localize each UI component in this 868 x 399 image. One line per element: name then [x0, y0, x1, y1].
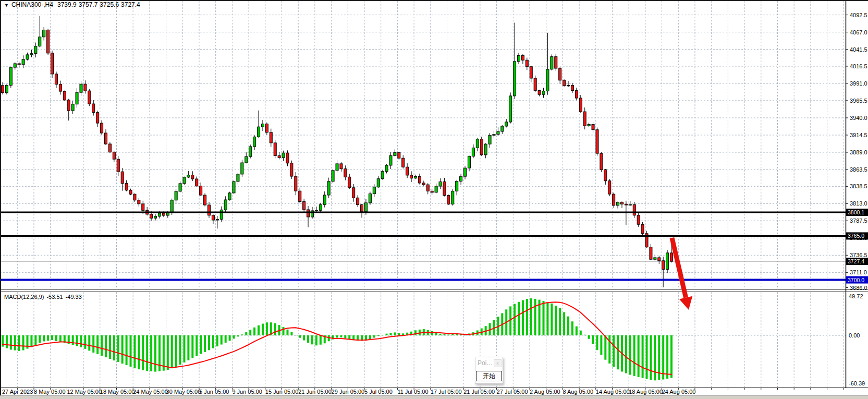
candle-bear [208, 205, 211, 215]
macd-bar [509, 306, 511, 335]
candle-bear [117, 159, 119, 172]
macd-bar [191, 335, 193, 358]
price-tick-label: 4092.5 [850, 12, 867, 18]
macd-bar [559, 308, 561, 335]
macd-bar [650, 335, 652, 380]
macd-bar [163, 335, 165, 371]
candle-bull [5, 86, 8, 93]
macd-bar [171, 335, 173, 368]
candle-bear [121, 172, 124, 183]
macd-bar [654, 335, 656, 380]
macd-bar [253, 328, 255, 335]
candle-bull [505, 122, 508, 126]
price-badge-label: 3765.0 [848, 233, 864, 239]
macd-bar [195, 335, 198, 356]
candle-bull [14, 64, 16, 67]
macd-bar [646, 335, 648, 379]
candle-bear [195, 179, 198, 186]
time-axis-label: 29 Jun 05:00 [332, 389, 365, 395]
macd-bar [233, 335, 235, 338]
candle-bear [204, 195, 206, 205]
candle-bull [9, 67, 12, 85]
candle-bear [142, 204, 144, 210]
candle-bear [88, 91, 91, 104]
candle-bull [224, 200, 227, 210]
candle-bull [369, 194, 371, 203]
macd-bar [175, 335, 177, 367]
candle-bear [447, 196, 450, 204]
macd-bar [389, 333, 392, 335]
candle-bear [101, 123, 103, 133]
macd-bar [266, 322, 268, 335]
macd-bar [522, 300, 524, 335]
popup-close-icon[interactable]: x [494, 359, 502, 367]
macd-bar [629, 335, 631, 374]
candle-bull [158, 213, 161, 216]
mt4-chart-window: 4092.54067.04041.54016.53991.03965.53940… [0, 0, 868, 399]
candle-bull [476, 139, 479, 148]
candle-bull [43, 30, 45, 37]
candle-bull [237, 174, 239, 182]
macd-bar [320, 335, 322, 345]
candle-bear [641, 224, 644, 234]
candle-bear [621, 202, 624, 204]
candle-bull [216, 219, 218, 220]
candle-bear [613, 194, 615, 205]
candle-bear [96, 113, 99, 123]
macd-bar [249, 330, 251, 335]
candle-bear [162, 213, 165, 215]
candle-bear [431, 191, 433, 192]
macd-bar [398, 333, 400, 335]
trend-arrow-head [679, 296, 692, 310]
candle-bull [501, 126, 504, 131]
time-axis-label: 2 Aug 05:00 [530, 389, 560, 395]
macd-bar [121, 335, 124, 364]
macd-signal-line [3, 302, 671, 374]
candle-bear [303, 202, 305, 210]
popup-start-button[interactable]: 开始 [476, 371, 502, 381]
candle-bull [187, 175, 190, 177]
macd-bar [311, 335, 313, 344]
time-axis-label: 8 May 05:00 [34, 389, 66, 395]
candle-bear [555, 57, 557, 68]
time-axis-label: 18 May 05:00 [100, 389, 135, 395]
candle-bull [435, 186, 437, 192]
candle-bull [22, 59, 25, 65]
candlestick-chart-surface[interactable]: 4092.54067.04041.54016.53991.03965.53940… [0, 0, 868, 399]
candle-bear [608, 181, 611, 194]
candle-bear [105, 133, 107, 144]
candle-bull [80, 84, 82, 92]
price-badge-label: 3800.1 [848, 209, 864, 215]
candle-bull [493, 135, 495, 136]
macd-bar [369, 335, 371, 340]
macd-bar [109, 335, 111, 359]
macd-bar [142, 335, 144, 370]
time-axis-label: 24 May 05:00 [133, 389, 168, 395]
candle-bull [315, 210, 317, 211]
price-badge-label: 3700.0 [848, 277, 864, 283]
time-axis-label: 5 Jun 05:00 [199, 389, 229, 395]
candle-bear [113, 152, 115, 160]
trend-arrow[interactable] [672, 238, 692, 310]
script-popup: Poi… x 开始 [475, 357, 503, 384]
trend-arrow-shaft [672, 238, 686, 298]
price-tick-label: 3914.5 [850, 132, 867, 138]
candle-bull [389, 155, 392, 165]
macd-bar [92, 335, 94, 353]
candle-bear [662, 261, 665, 270]
price-tick-label: 3813.0 [850, 200, 867, 207]
candle-bear [525, 60, 528, 66]
time-axis-label: 18 Aug 05:00 [629, 389, 663, 395]
macd-bar [55, 335, 57, 341]
macd-bar [88, 335, 90, 350]
time-axis-label: 24 Aug 05:00 [662, 389, 696, 395]
macd-bar [225, 335, 227, 343]
price-tick-label: 3787.5 [850, 217, 867, 224]
macd-bar [200, 335, 202, 354]
candle-bull [551, 57, 553, 69]
candle-bull [170, 200, 173, 212]
candle-bull [245, 156, 248, 163]
candle-bull [34, 46, 37, 54]
macd-bar [386, 334, 388, 335]
candle-bull [546, 69, 549, 91]
